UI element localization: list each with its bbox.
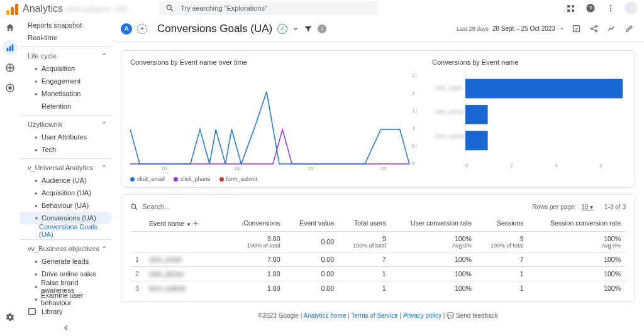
svg-rect-14 — [29, 308, 36, 314]
svg-text:0: 0 — [465, 163, 468, 168]
app-bar: Analytics Infinity-group.pl - GA4 Try se… — [0, 0, 644, 16]
svg-rect-10 — [12, 45, 14, 51]
col-sessions[interactable]: Sessions — [477, 215, 529, 232]
rail-explore-icon[interactable] — [3, 60, 18, 75]
search-icon — [130, 203, 138, 211]
global-search[interactable]: Try searching "Explorations" — [159, 1, 378, 15]
verified-badge-icon[interactable]: ✓ — [277, 24, 287, 34]
svg-point-5 — [610, 8, 611, 9]
library-icon — [28, 307, 36, 316]
nav-conversions-goals-ua[interactable]: Conversions Goals (UA) — [20, 224, 112, 237]
svg-text:2: 2 — [412, 90, 415, 96]
bar-chart: click_email click_phone form_submit 0246 — [432, 70, 626, 173]
svg-text:6: 6 — [600, 163, 602, 168]
menu-dots-icon[interactable] — [604, 1, 618, 15]
line-chart-title: Conversions by Event name over time — [130, 58, 417, 66]
nav-section-business-objectives[interactable]: vv_Business objectives⌃ — [20, 242, 112, 255]
nav-section-user[interactable]: Użytkownik⌃ — [20, 118, 112, 131]
col-session-conversion-rate[interactable]: Session conversion rate — [529, 215, 626, 232]
account-label[interactable]: Infinity-group.pl - GA4 — [67, 6, 128, 13]
svg-rect-36 — [465, 105, 488, 124]
nav-monetisation[interactable]: ▸Monetisation — [20, 87, 112, 100]
help-icon[interactable]: ? — [584, 1, 597, 15]
info-badge-icon[interactable]: i — [318, 24, 326, 33]
send-feedback-button[interactable]: 💬 Send feedback — [447, 312, 498, 319]
footer-link-privacy[interactable]: Privacy policy — [403, 312, 441, 319]
svg-text:15: 15 — [308, 166, 313, 171]
footer-link-analytics-home[interactable]: Analytics home — [304, 312, 347, 319]
nav-generate-leads[interactable]: ▸Generate leads — [20, 255, 112, 268]
nav-conversions-ua[interactable]: ▾Conversions (UA) — [20, 212, 112, 224]
page-footer: ©2023 Google | Analytics home | Terms of… — [121, 302, 635, 323]
rail-admin-icon[interactable] — [3, 310, 18, 325]
col-user-conversion-rate[interactable]: User conversion rate — [391, 215, 477, 232]
nav-reports-snapshot[interactable]: Reports snapshot — [20, 19, 112, 31]
rail-home-icon[interactable] — [3, 20, 18, 35]
col-event-name[interactable]: Event name ▼ + — [144, 215, 226, 232]
chevron-down-icon[interactable] — [292, 26, 299, 32]
nav-acquisition-ua[interactable]: ▸Acquisition (UA) — [20, 187, 112, 199]
date-range-picker[interactable]: Last 28 days 28 Sept – 25 Oct 2023 — [457, 25, 565, 32]
svg-text:2.5: 2.5 — [412, 73, 417, 79]
svg-text:click_phone: click_phone — [435, 109, 464, 115]
table-row[interactable]: 2click_phone1.000.001100%1100% — [130, 267, 626, 281]
svg-rect-37 — [465, 131, 488, 150]
svg-point-16 — [591, 28, 592, 30]
add-segment-button[interactable]: + — [137, 24, 147, 34]
nav-section-life-cycle[interactable]: Life cycle⌃ — [20, 50, 112, 62]
segment-chip-a[interactable]: A — [121, 23, 132, 35]
svg-text:2: 2 — [510, 163, 513, 168]
nav-section-universal-analytics[interactable]: v_Universal Analytics⌃ — [20, 161, 112, 174]
rows-per-page-select[interactable]: 10 ▾ — [581, 203, 593, 210]
filter-icon[interactable] — [304, 24, 313, 33]
svg-point-0 — [167, 5, 172, 9]
nav-drive-online-sales[interactable]: ▸Drive online sales — [20, 268, 112, 280]
col-total-users[interactable]: Total users — [339, 215, 391, 232]
search-placeholder: Try searching "Explorations" — [180, 4, 267, 12]
col-event-value[interactable]: Event value — [286, 215, 339, 232]
table-search-placeholder: Search... — [142, 203, 170, 210]
nav-examine-user-behaviour[interactable]: ▸Examine user behaviour — [20, 293, 112, 305]
line-chart-legend: click_email click_phone form_submit — [130, 176, 417, 182]
table-row[interactable]: 1click_email7.000.007100%7100% — [130, 252, 626, 267]
share-icon[interactable] — [587, 23, 600, 35]
table-search[interactable]: Search... — [130, 203, 532, 211]
nav-engagement[interactable]: ▸Engagement — [20, 75, 112, 87]
nav-audience-ua[interactable]: ▸Audience (UA) — [20, 174, 112, 187]
rail-advertising-icon[interactable] — [3, 80, 18, 95]
svg-text:1.5: 1.5 — [412, 108, 417, 114]
svg-point-7 — [625, 2, 637, 14]
col-conversions[interactable]: ↓Conversions — [226, 215, 286, 232]
rail-reports-icon[interactable] — [3, 40, 18, 55]
customize-report-icon[interactable] — [570, 23, 582, 35]
nav-behaviour-ua[interactable]: ▸Behaviour (UA) — [20, 199, 112, 212]
report-main: A + Conversions Goals (UA) ✓ i Last 28 d… — [112, 16, 644, 336]
nav-library[interactable]: Library — [20, 305, 112, 318]
table-card: Search... Rows per page: 10 ▾ 1-3 of 3 E… — [121, 194, 635, 302]
add-dimension-button[interactable]: + — [193, 218, 198, 228]
svg-point-13 — [9, 87, 11, 89]
footer-link-terms[interactable]: Terms of Service — [351, 312, 397, 319]
edit-icon[interactable] — [623, 23, 635, 35]
nav-raise-brand-awareness[interactable]: ▸Raise brand awareness — [20, 280, 112, 293]
table-row[interactable]: 3form_submit1.000.001100%1100% — [130, 281, 626, 296]
avatar-icon[interactable] — [624, 1, 638, 15]
svg-point-4 — [610, 5, 611, 6]
svg-text:1: 1 — [412, 126, 415, 131]
nav-tech[interactable]: ▸Tech — [20, 143, 112, 156]
reports-nav: Reports snapshot Real-time Life cycle⌃ ▸… — [20, 16, 112, 336]
svg-rect-35 — [465, 79, 623, 99]
svg-text:01: 01 — [162, 166, 167, 171]
svg-rect-8 — [7, 48, 9, 51]
nav-real-time[interactable]: Real-time — [20, 31, 112, 44]
apps-icon[interactable] — [564, 1, 577, 15]
nav-acquisition[interactable]: ▸Acquisition — [20, 62, 112, 75]
collapse-panel-icon[interactable] — [20, 323, 112, 332]
svg-line-43 — [135, 208, 137, 210]
insights-icon[interactable] — [605, 23, 618, 35]
chevron-down-icon — [559, 26, 565, 31]
nav-user-attributes[interactable]: ▸User Attributes — [20, 131, 112, 143]
svg-rect-15 — [573, 26, 579, 32]
svg-text:Oct: Oct — [162, 171, 169, 173]
nav-retention[interactable]: Retention — [20, 100, 112, 112]
